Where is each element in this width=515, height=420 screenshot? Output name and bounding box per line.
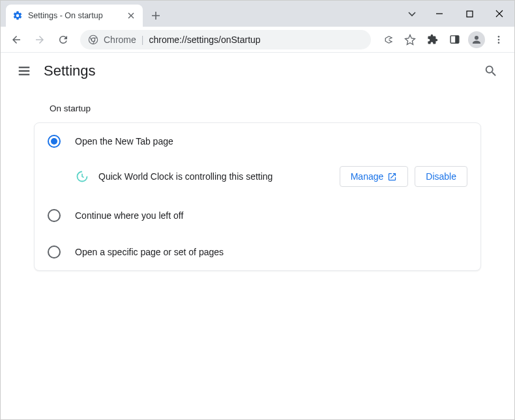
settings-content: On startup Open the New Tab page Quick W… — [1, 89, 514, 271]
bookmark-icon[interactable] — [400, 29, 420, 50]
svg-point-5 — [498, 36, 500, 38]
close-icon[interactable] — [126, 10, 136, 21]
extension-notice-text: Quick World Clock is controlling this se… — [98, 171, 331, 182]
window-close-button[interactable] — [484, 4, 514, 23]
radio-option-continue[interactable]: Continue where you left off — [35, 197, 480, 234]
search-icon[interactable] — [478, 58, 504, 84]
back-button[interactable] — [6, 29, 27, 50]
manage-button[interactable]: Manage — [340, 166, 409, 187]
radio-label: Continue where you left off — [75, 210, 183, 221]
share-icon[interactable] — [377, 29, 398, 50]
profile-avatar[interactable] — [466, 29, 487, 50]
radio-icon — [48, 135, 61, 148]
chrome-icon — [88, 35, 98, 45]
svg-point-6 — [498, 38, 500, 40]
radio-option-specific-pages[interactable]: Open a specific page or set of pages — [35, 234, 480, 270]
page-title: Settings — [44, 63, 96, 79]
window-controls — [400, 1, 514, 27]
address-bar[interactable]: Chrome | chrome://settings/onStartup — [80, 30, 371, 49]
tab-title: Settings - On startup — [28, 11, 121, 20]
radio-icon — [48, 209, 61, 222]
menu-icon[interactable] — [488, 29, 509, 50]
extension-icon — [75, 169, 89, 184]
omnibox-origin: Chrome — [104, 35, 136, 45]
forward-button[interactable] — [29, 29, 50, 50]
reload-button[interactable] — [53, 29, 74, 50]
svg-point-7 — [498, 42, 500, 44]
sidepanel-icon[interactable] — [444, 29, 465, 50]
browser-tab[interactable]: Settings - On startup — [6, 5, 143, 27]
section-title: On startup — [34, 94, 481, 122]
startup-card: Open the New Tab page Quick World Clock … — [34, 122, 481, 271]
window-titlebar: Settings - On startup — [1, 1, 514, 27]
disable-button-label: Disable — [426, 171, 456, 182]
extension-controlling-notice: Quick World Clock is controlling this se… — [35, 160, 480, 197]
manage-button-label: Manage — [351, 171, 384, 182]
disable-button[interactable]: Disable — [415, 166, 467, 187]
new-tab-button[interactable] — [147, 7, 165, 25]
radio-icon — [48, 245, 61, 259]
chevron-down-icon[interactable] — [400, 4, 424, 23]
hamburger-menu-icon[interactable] — [11, 58, 37, 84]
window-minimize-button[interactable] — [424, 4, 454, 23]
extensions-icon[interactable] — [422, 29, 443, 50]
omnibox-url: chrome://settings/onStartup — [149, 35, 260, 45]
open-in-new-icon — [387, 172, 397, 182]
radio-label: Open the New Tab page — [75, 136, 173, 147]
radio-label: Open a specific page or set of pages — [75, 247, 224, 257]
window-maximize-button[interactable] — [454, 4, 484, 23]
radio-option-new-tab[interactable]: Open the New Tab page — [35, 123, 480, 160]
browser-toolbar: Chrome | chrome://settings/onStartup — [1, 27, 514, 53]
svg-rect-4 — [455, 36, 459, 43]
settings-header: Settings — [1, 53, 514, 89]
omnibox-divider: | — [141, 35, 144, 45]
svg-rect-0 — [467, 11, 473, 17]
gear-icon — [12, 10, 23, 21]
